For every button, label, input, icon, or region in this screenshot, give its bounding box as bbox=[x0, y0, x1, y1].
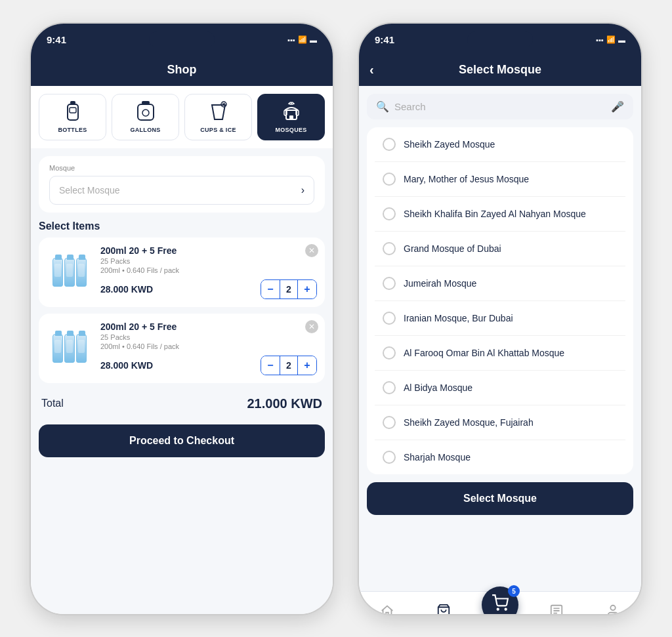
signal-icon-right: ▪▪▪ bbox=[596, 36, 604, 44]
svg-rect-2 bbox=[70, 108, 76, 113]
total-amount: 21.000 KWD bbox=[247, 396, 323, 411]
mosque-list-item-7[interactable]: Al Bidya Mosque bbox=[375, 371, 625, 405]
mic-icon[interactable]: 🎤 bbox=[611, 100, 624, 113]
item-sub2-2: 200ml • 0.640 Fils / pack bbox=[100, 342, 317, 350]
svg-rect-10 bbox=[289, 115, 293, 119]
category-tabs: BOTTLES GALLONS bbox=[31, 86, 333, 148]
shop-title: Shop bbox=[167, 63, 197, 77]
remove-item-2-btn[interactable]: ✕ bbox=[305, 320, 318, 333]
mosque-list-item-9[interactable]: Sharjah Mosque bbox=[375, 440, 625, 474]
checkout-button[interactable]: Proceed to Checkout bbox=[39, 424, 325, 457]
mosque-name-5: Iranian Mosque, Bur Dubai bbox=[404, 313, 513, 323]
qty-value-1: 2 bbox=[280, 280, 298, 298]
mosque-name-6: Al Farooq Omar Bin Al Khattab Mosque bbox=[404, 348, 564, 358]
item-details-2: 200ml 20 + 5 Free 25 Packs 200ml • 0.640… bbox=[100, 321, 317, 375]
tab-gallons[interactable]: GALLONS bbox=[112, 94, 179, 140]
mosque-list-item-3[interactable]: Grand Mosque of Dubai bbox=[375, 232, 625, 266]
battery-icon: ▬ bbox=[310, 36, 317, 44]
mosque-name-4: Jumeirah Mosque bbox=[404, 278, 476, 289]
gallons-icon bbox=[136, 101, 155, 124]
tab-mosques[interactable]: MOSQUES bbox=[257, 94, 325, 140]
battery-icon-right: ▬ bbox=[618, 36, 625, 44]
bottle-2 bbox=[64, 258, 75, 287]
radio-circle-0 bbox=[383, 138, 396, 151]
radio-circle-5 bbox=[383, 312, 396, 325]
svg-point-22 bbox=[497, 609, 499, 610]
nav-profile-right[interactable]: Profile bbox=[585, 604, 641, 614]
left-phone: 9:41 ▪▪▪ 📶 ▬ Shop BOTTLES bbox=[31, 24, 333, 614]
item-details-1: 200ml 20 + 5 Free 25 Packs 200ml • 0.640… bbox=[100, 245, 317, 299]
bottles-label: BOTTLES bbox=[58, 127, 87, 133]
nav-cart-right[interactable]: 5 Cart bbox=[472, 602, 528, 614]
mosque-list-item-6[interactable]: Al Farooq Omar Bin Al Khattab Mosque bbox=[375, 336, 625, 371]
item-image-2 bbox=[47, 325, 93, 371]
cart-fab-right[interactable]: 5 bbox=[482, 586, 518, 614]
orders-icon-right bbox=[549, 604, 564, 614]
mosque-content-wrapper: 🔍 Search 🎤 Sheikh Zayed Mosque Mary, Mot… bbox=[359, 86, 641, 591]
mosque-name-0: Sheikh Zayed Mosque bbox=[404, 139, 495, 150]
item-name-1: 200ml 20 + 5 Free bbox=[100, 245, 317, 256]
select-items-title: Select Items bbox=[39, 220, 325, 232]
item-price-1: 28.000 KWD bbox=[100, 284, 153, 295]
status-icons-right: ▪▪▪ 📶 ▬ bbox=[596, 35, 625, 44]
nav-home-right[interactable]: Home bbox=[359, 604, 415, 614]
mosque-header: ‹ Select Mosque bbox=[359, 56, 641, 86]
notch-pill bbox=[149, 31, 215, 47]
mosque-list-item-5[interactable]: Iranian Mosque, Bur Dubai bbox=[375, 301, 625, 336]
qty-increase-2[interactable]: + bbox=[298, 356, 316, 375]
back-button[interactable]: ‹ bbox=[369, 62, 374, 77]
mosque-list-item-1[interactable]: Mary, Mother of Jesus Mosque bbox=[375, 162, 625, 197]
radio-circle-7 bbox=[383, 381, 396, 394]
mosque-name-2: Sheikh Khalifa Bin Zayed Al Nahyan Mosqu… bbox=[404, 209, 586, 219]
bottle-5 bbox=[64, 334, 75, 363]
mosque-list-item-2[interactable]: Sheikh Khalifa Bin Zayed Al Nahyan Mosqu… bbox=[375, 197, 625, 232]
mosque-select-row[interactable]: Select Mosque › bbox=[49, 176, 314, 205]
tab-cups-ice[interactable]: CUPS & ICE bbox=[184, 94, 252, 140]
item-card-1: ✕ 200ml 20 + 5 Free 25 Packs 200ml • 0.6… bbox=[39, 237, 325, 307]
qty-control-2: − 2 + bbox=[261, 356, 317, 375]
main-content-right: 🔍 Search 🎤 Sheikh Zayed Mosque Mary, Mot… bbox=[359, 86, 641, 591]
item-name-2: 200ml 20 + 5 Free bbox=[100, 321, 317, 332]
wifi-icon-right: 📶 bbox=[606, 35, 616, 44]
total-label: Total bbox=[41, 398, 64, 409]
select-mosque-button[interactable]: Select Mosque bbox=[367, 482, 633, 515]
mosque-list-item-8[interactable]: Sheikh Zayed Mosque, Fujairah bbox=[375, 405, 625, 440]
search-bar[interactable]: 🔍 Search 🎤 bbox=[367, 94, 633, 119]
radio-circle-3 bbox=[383, 242, 396, 255]
main-scroll-left: Mosque Select Mosque › Select Items ✕ bbox=[31, 148, 333, 465]
item-image-1 bbox=[47, 249, 93, 295]
bottles-icon bbox=[65, 101, 81, 124]
shop-header: Shop bbox=[31, 56, 333, 86]
mosque-selector-card: Mosque Select Mosque › bbox=[39, 156, 325, 213]
home-icon-right bbox=[380, 604, 394, 614]
item-sub2-1: 200ml • 0.640 Fils / pack bbox=[100, 266, 317, 274]
time-left: 9:41 bbox=[47, 34, 66, 45]
qty-decrease-1[interactable]: − bbox=[261, 280, 280, 298]
qty-decrease-2[interactable]: − bbox=[261, 356, 280, 375]
item-sub1-2: 25 Packs bbox=[100, 333, 317, 341]
select-mosque-title: Select Mosque bbox=[459, 63, 541, 77]
cups-ice-icon bbox=[209, 101, 228, 124]
right-phone: 9:41 ▪▪▪ 📶 ▬ ‹ Select Mosque 🔍 Search 🎤 … bbox=[359, 24, 641, 614]
search-input[interactable]: Search bbox=[394, 101, 606, 112]
main-content-left: Mosque Select Mosque › Select Items ✕ bbox=[31, 148, 333, 614]
qty-control-1: − 2 + bbox=[261, 279, 317, 299]
item-sub1-1: 25 Packs bbox=[100, 257, 317, 265]
nav-orders-right[interactable]: Orders bbox=[528, 604, 585, 614]
qty-increase-1[interactable]: + bbox=[298, 280, 316, 298]
item-price-row-2: 28.000 KWD − 2 + bbox=[100, 356, 317, 375]
svg-point-5 bbox=[142, 110, 149, 116]
total-row: Total 21.000 KWD bbox=[39, 391, 325, 417]
mosque-name-7: Al Bidya Mosque bbox=[404, 382, 472, 393]
bottle-4 bbox=[52, 334, 63, 363]
mosque-name-1: Mary, Mother of Jesus Mosque bbox=[404, 174, 529, 184]
nav-shop-right[interactable]: Shop bbox=[415, 604, 472, 614]
bottle-6 bbox=[76, 334, 87, 363]
remove-item-1-btn[interactable]: ✕ bbox=[305, 244, 318, 257]
shop-icon-right bbox=[436, 604, 451, 614]
cups-ice-label: CUPS & ICE bbox=[200, 127, 236, 133]
mosque-list-item-4[interactable]: Jumeirah Mosque bbox=[375, 266, 625, 301]
mosque-list-item-0[interactable]: Sheikh Zayed Mosque bbox=[375, 127, 625, 162]
tab-bottles[interactable]: BOTTLES bbox=[39, 94, 106, 140]
item-price-2: 28.000 KWD bbox=[100, 360, 153, 371]
